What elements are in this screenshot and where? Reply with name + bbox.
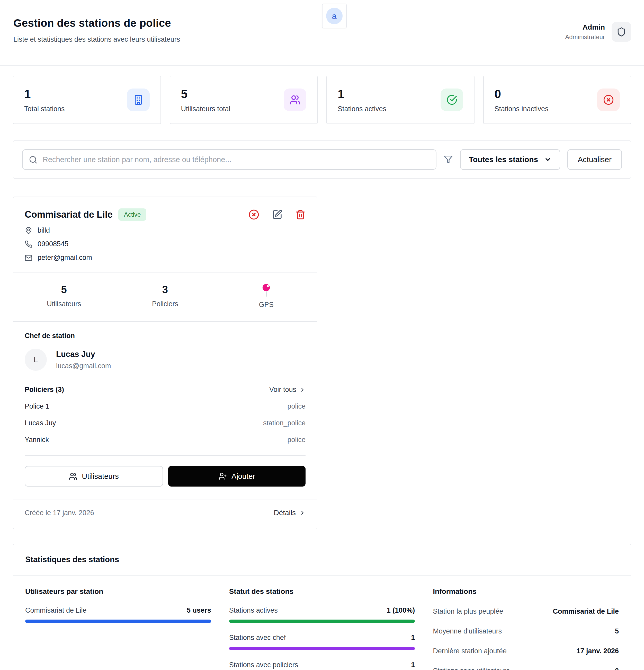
admin-shield-button[interactable]	[612, 22, 631, 42]
chevron-right-icon	[299, 387, 305, 393]
info-row: Moyenne d'utilisateurs 5	[433, 627, 619, 635]
metric-users-label: Utilisateurs	[13, 300, 114, 308]
stat-card-total-stations: 1 Total stations	[13, 76, 161, 124]
progress-bar	[229, 647, 415, 650]
refresh-button[interactable]: Actualiser	[567, 149, 622, 170]
station-address-row: billd	[25, 226, 305, 234]
info-label: Stations sans utilisateurs	[433, 667, 510, 670]
info-value: 17 janv. 2026	[576, 647, 619, 655]
info-label: Station la plus peuplée	[433, 607, 503, 615]
station-phone: 09908545	[38, 240, 68, 248]
metric-gps-label: GPS	[216, 301, 317, 309]
bar-label: Commisariat de Lile	[25, 606, 87, 614]
map-pin-icon	[25, 227, 32, 234]
station-details-link[interactable]: Détails	[274, 509, 305, 517]
chevron-right-icon	[299, 510, 305, 516]
status-badge: Active	[118, 209, 146, 221]
station-name: Commisariat de Lile	[25, 209, 113, 220]
bar-value: 5 users	[187, 606, 211, 614]
edit-station-button[interactable]	[272, 210, 283, 220]
trash-icon	[295, 210, 305, 220]
officer-name: Lucas Juy	[25, 419, 56, 427]
column-title: Informations	[433, 587, 619, 595]
filter-funnel-icon	[444, 155, 453, 164]
metric-police-label: Policiers	[114, 300, 216, 308]
user-name: Admin	[565, 23, 605, 31]
officers-title: Policiers (3)	[25, 386, 64, 394]
station-users-button[interactable]: Utilisateurs	[25, 466, 163, 486]
bar-value: 1	[411, 634, 415, 642]
statistics-panel-title: Statistiques des stations	[25, 555, 619, 564]
officer-row: Lucas Juy station_police	[25, 419, 305, 427]
stat-label: Utilisateurs total	[181, 105, 231, 113]
user-plus-icon	[219, 472, 227, 480]
bar-value: 1 (100%)	[387, 606, 415, 614]
delete-station-button[interactable]	[295, 210, 305, 220]
user-avatar-button[interactable]: a	[322, 4, 347, 28]
officer-name: Police 1	[25, 402, 50, 411]
mail-icon	[25, 254, 32, 262]
users-icon	[69, 472, 77, 480]
info-row: Stations sans utilisateurs 0	[433, 667, 619, 670]
building-icon	[127, 89, 150, 111]
officer-row: Yannick police	[25, 436, 305, 444]
search-icon	[29, 156, 38, 164]
progress-bar	[229, 619, 415, 623]
station-users-label: Utilisateurs	[82, 472, 119, 481]
stat-card-users-total: 5 Utilisateurs total	[170, 76, 318, 124]
info-value: 5	[615, 627, 619, 635]
info-value: Commisariat de Lile	[553, 607, 619, 615]
station-card: Commisariat de Lile Active	[13, 197, 317, 529]
info-value: 0	[615, 667, 619, 670]
metric-police: 3 Policiers	[114, 284, 216, 309]
search-input[interactable]	[22, 149, 436, 170]
add-user-button[interactable]: Ajouter	[168, 466, 305, 486]
station-filter-value: Toutes les stations	[469, 155, 538, 164]
officer-role: police	[287, 402, 305, 411]
avatar: a	[326, 8, 343, 24]
x-circle-icon	[597, 89, 620, 111]
chief-section-title: Chef de station	[25, 332, 305, 340]
stat-card-inactive-stations: 0 Stations inactives	[483, 76, 631, 124]
chevron-down-icon	[544, 156, 551, 163]
station-email: peter@gmail.com	[38, 254, 92, 262]
divider	[25, 455, 305, 456]
officer-role: police	[287, 436, 305, 444]
station-phone-row: 09908545	[25, 240, 305, 248]
metric-gps: GPS	[216, 284, 317, 309]
bar-label: Stations avec chef	[229, 634, 286, 642]
station-address: billd	[38, 226, 50, 234]
see-all-officers-link[interactable]: Voir tous	[269, 386, 305, 394]
stat-label: Stations inactives	[495, 105, 549, 113]
stats-cards-row: 1 Total stations 5 Utilisateurs total 1 …	[13, 76, 631, 124]
station-email-row: peter@gmail.com	[25, 254, 305, 262]
edit-pencil-icon	[272, 210, 283, 220]
chief-email: lucas@gmail.com	[56, 362, 111, 370]
stat-label: Total stations	[24, 105, 65, 113]
shield-icon	[616, 27, 626, 37]
deactivate-station-button[interactable]	[248, 209, 259, 220]
stat-value: 5	[181, 87, 231, 101]
officer-role: station_police	[263, 419, 305, 427]
stat-bar-row: Stations avec policiers 1	[229, 661, 415, 670]
officer-name: Yannick	[25, 436, 49, 444]
user-role: Administrateur	[565, 34, 605, 41]
info-row: Station la plus peuplée Commisariat de L…	[433, 607, 619, 615]
stat-bar-row: Stations actives 1 (100%)	[229, 606, 415, 623]
toolbar: Toutes les stations Actualiser	[13, 140, 631, 178]
stat-value: 0	[495, 87, 549, 101]
page-subtitle: Liste et statistiques des stations avec …	[13, 36, 180, 43]
column-title: Statut des stations	[229, 587, 415, 595]
see-all-label: Voir tous	[269, 386, 296, 394]
stat-card-active-stations: 1 Stations actives	[326, 76, 475, 124]
stat-label: Stations actives	[338, 105, 386, 113]
stat-bar-row: Stations avec chef 1	[229, 634, 415, 650]
station-filter-select[interactable]: Toutes les stations	[460, 149, 560, 170]
column-title: Utilisateurs par station	[25, 587, 211, 595]
add-user-label: Ajouter	[232, 472, 255, 481]
details-label: Détails	[274, 509, 296, 517]
info-row: Dernière station ajoutée 17 janv. 2026	[433, 647, 619, 655]
station-metrics: 5 Utilisateurs 3 Policiers GPS	[13, 272, 317, 322]
stat-bar-row: Commisariat de Lile 5 users	[25, 606, 211, 623]
progress-bar	[25, 619, 211, 623]
